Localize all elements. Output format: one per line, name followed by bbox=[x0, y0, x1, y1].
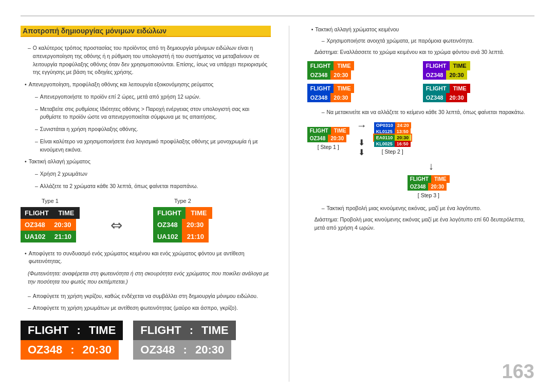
m2-val: 20:30 bbox=[446, 70, 467, 80]
arrow-step1-2: → ⬇⬇ bbox=[357, 120, 367, 157]
step1-block: FLIGHT TIME OZ348 20:30 [ Step 1 ] bbox=[307, 127, 349, 150]
m3-oz: OZ348 bbox=[307, 93, 331, 102]
type2-board: FLIGHT TIME OZ348 20:30 UA102 21:10 bbox=[153, 207, 212, 242]
mini-board-3: FLIGHT TIME OZ348 20:30 bbox=[307, 84, 419, 102]
t2-2030: 20:30 bbox=[182, 219, 209, 231]
bb1-colon2: : bbox=[69, 340, 75, 360]
step3-time: TIME bbox=[431, 175, 450, 183]
steps-area: FLIGHT TIME OZ348 20:30 [ Step 1 ] → bbox=[307, 120, 534, 198]
sub-power-2: Μεταβείτε στις ρυθμίσεις Ιδιότητες οθόνη… bbox=[35, 105, 271, 122]
t1-flight-header: FLIGHT bbox=[21, 207, 53, 219]
m1-val: 20:30 bbox=[330, 70, 351, 80]
step2-board: OP0310 24:20 KL0125 13:50 EA0110 20:30 bbox=[374, 122, 411, 147]
vertical-divider bbox=[289, 26, 289, 382]
step1-val: 20:30 bbox=[328, 135, 346, 142]
m2-oz: OZ348 bbox=[423, 70, 447, 80]
m3-time: TIME bbox=[334, 84, 354, 93]
step1-oz: OZ348 bbox=[307, 135, 328, 142]
boards-2x2: FLIGHT TIME OZ348 20:30 FLIGHT TIME bbox=[307, 61, 534, 102]
step1-flight: FLIGHT bbox=[307, 127, 331, 135]
bb2-time: TIME bbox=[194, 321, 236, 340]
t1-2110: 21:10 bbox=[49, 231, 76, 242]
m3-flight: FLIGHT bbox=[307, 84, 334, 93]
down-arrows-icon: ⬇⬇ bbox=[358, 138, 365, 157]
double-arrow-icon: ⇔ bbox=[110, 217, 122, 234]
moving-image-heading: Τακτική προβολή μιας κινούμενης εικόνας,… bbox=[322, 204, 534, 213]
big-board-2: FLIGHT : TIME OZ348 : 20:30 bbox=[133, 321, 235, 360]
m1-flight: FLIGHT bbox=[307, 61, 334, 70]
s2-r1-c1: OP0310 bbox=[374, 122, 395, 128]
m4-val: 20:30 bbox=[446, 93, 467, 102]
section-heading: Αποτροπή δημιουργίας μόνιμων ειδώλων bbox=[21, 26, 271, 37]
bb1-colon1: : bbox=[76, 321, 81, 340]
step1-time: TIME bbox=[331, 127, 349, 135]
top-rule bbox=[21, 15, 534, 16]
s2-r2-c1: KL0125 bbox=[374, 128, 395, 135]
avoid-contrast: Αποφύγετε τη χρήση χρωμάτων με αντίθεση … bbox=[28, 304, 271, 312]
s2-r3-c1: EA0110 bbox=[374, 135, 395, 141]
bb1-flight: FLIGHT bbox=[21, 321, 76, 340]
avoid-text: Αποφύγετε το συνδυασμό ενός χρώματος κει… bbox=[25, 250, 271, 266]
s2-r3-c2: 20:30 bbox=[395, 135, 411, 141]
intro-text: Ο καλύτερος τρόπος προστασίας του προϊόν… bbox=[28, 44, 271, 77]
bb2-2030: 20:30 bbox=[188, 340, 231, 360]
step2-label: [ Step 2 ] bbox=[382, 148, 403, 155]
step3-flight: FLIGHT bbox=[408, 175, 431, 183]
bb1-oz: OZ348 bbox=[21, 340, 69, 360]
step3-block: FLIGHT TIME OZ348 20:30 [ Step 3 ] bbox=[323, 175, 534, 198]
t2-oz348: OZ348 bbox=[153, 219, 182, 231]
m1-time: TIME bbox=[334, 61, 354, 70]
step-note: Να μετακινείτε και να αλλάζετε το κείμεν… bbox=[322, 108, 534, 117]
type1-block: Type 1 FLIGHT TIME OZ348 20:30 UA102 21: bbox=[21, 198, 80, 242]
interval-note: Διάστημα: Εναλλάσσετε το χρώμα κειμένου … bbox=[314, 48, 534, 57]
down-arrow-icon: ↓ bbox=[429, 160, 434, 172]
t1-ua102: UA102 bbox=[21, 231, 49, 242]
left-column: Αποτροπή δημιουργίας μόνιμων ειδώλων Ο κ… bbox=[21, 26, 271, 382]
avoid-gray: Αποφύγετε τη χρήση γκρίζου, καθώς ενδέχε… bbox=[28, 292, 271, 301]
m2-flight: FLIGHT bbox=[423, 61, 450, 70]
color-change-heading: Τακτική αλλαγή χρώματος κειμένου bbox=[311, 26, 534, 34]
m3-val: 20:30 bbox=[330, 93, 351, 102]
m2-time: TIME bbox=[450, 61, 470, 70]
moving-image-note: Διάστημα: Προβολή μιας κινούμενης εικόνα… bbox=[314, 216, 534, 232]
sub-power-1: Απενεργοποιήστε το προϊόν επί 2 ώρες, με… bbox=[35, 93, 271, 101]
step3-val: 20:30 bbox=[428, 183, 447, 191]
step1-board: FLIGHT TIME OZ348 20:30 bbox=[307, 127, 349, 142]
bb2-colon1: : bbox=[189, 321, 194, 340]
t2-flight-header: FLIGHT bbox=[153, 207, 186, 219]
bb1-2030: 20:30 bbox=[76, 340, 119, 360]
arrow-step2-3: ↓ bbox=[328, 160, 534, 172]
mini-board-2: FLIGHT TIME OZ348 20:30 bbox=[423, 61, 534, 80]
t2-ua102: UA102 bbox=[153, 231, 182, 242]
step1-2-row: FLIGHT TIME OZ348 20:30 [ Step 1 ] → bbox=[307, 120, 534, 157]
mini-board-4: FLIGHT TIME OZ348 20:30 bbox=[423, 84, 534, 102]
s2-r2-c2: 13:50 bbox=[395, 128, 411, 135]
page-number: 163 bbox=[502, 361, 534, 383]
type1-label: Type 1 bbox=[42, 198, 59, 204]
t1-2030: 20:30 bbox=[49, 219, 76, 231]
t1-oz348: OZ348 bbox=[21, 219, 49, 231]
m4-flight: FLIGHT bbox=[423, 84, 450, 93]
s2-r4-c1: KL0025 bbox=[374, 141, 395, 147]
content-area: Αποτροπή δημιουργίας μόνιμων ειδώλων Ο κ… bbox=[21, 26, 534, 382]
bb1-time: TIME bbox=[82, 321, 123, 340]
mini-board-1: FLIGHT TIME OZ348 20:30 bbox=[307, 61, 419, 80]
type2-block: Type 2 FLIGHT TIME OZ348 20:30 UA102 21: bbox=[153, 198, 212, 242]
color-change-note: Χρησιμοποιήστε ανοιχτά χρώματα, με παρόμ… bbox=[322, 37, 534, 45]
type2-label: Type 2 bbox=[174, 198, 191, 204]
bb2-oz: OZ348 bbox=[133, 340, 182, 360]
sub-color-2: Αλλάζετε τα 2 χρώματα κάθε 30 λεπτά, όπω… bbox=[35, 182, 271, 191]
t2-time-header: TIME bbox=[186, 207, 212, 219]
t1-time-header: TIME bbox=[53, 207, 80, 219]
sub-power-4: Είναι καλύτερο να χρησιμοποιήσετε ένα λο… bbox=[35, 138, 271, 154]
bb2-colon2: : bbox=[182, 340, 188, 360]
m4-time: TIME bbox=[450, 84, 470, 93]
bottom-boards: FLIGHT : TIME OZ348 : 20:30 FLIGHT : bbox=[21, 321, 271, 360]
brightness-note: (Φωτεινότητα: αναφέρεται στη φωτεινότητα… bbox=[28, 270, 271, 286]
s2-r1-c2: 24:20 bbox=[395, 122, 411, 128]
bullet-power: Απενεργοποίηση, προφύλαξη οθόνης και λει… bbox=[25, 81, 271, 89]
step3-oz: OZ348 bbox=[408, 183, 429, 191]
right-column: Τακτική αλλαγή χρώματος κειμένου Χρησιμο… bbox=[307, 26, 534, 382]
m1-oz: OZ348 bbox=[307, 70, 331, 80]
bullet-color: Τακτική αλλαγή χρώματος bbox=[25, 158, 271, 166]
